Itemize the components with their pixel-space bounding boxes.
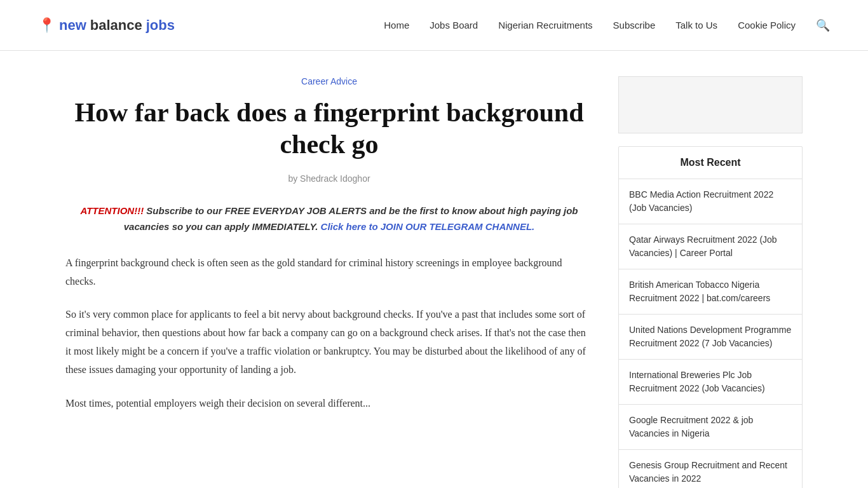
article-paragraph-1: A fingerprint background check is often … — [65, 254, 593, 291]
main-nav: Home Jobs Board Nigerian Recruitments Su… — [384, 18, 830, 32]
sidebar-item-1[interactable]: BBC Media Action Recruitment 2022 (Job V… — [619, 179, 802, 224]
article-paragraph-2: So it's very common place for applicants… — [65, 306, 593, 379]
nav-jobs-board[interactable]: Jobs Board — [430, 20, 478, 30]
nav-nigerian-recruitments[interactable]: Nigerian Recruitments — [498, 20, 592, 30]
logo-new: new — [59, 17, 86, 34]
search-icon[interactable]: 🔍 — [816, 18, 830, 32]
article-content: Career Advice How far back does a finger… — [65, 76, 593, 488]
site-logo[interactable]: 📍 newbalancejobs — [38, 17, 175, 34]
sidebar-item-7[interactable]: Genesis Group Recruitment and Recent Vac… — [619, 450, 802, 488]
most-recent-section: Most Recent BBC Media Action Recruitment… — [618, 146, 803, 488]
logo-balance: balance — [90, 17, 142, 34]
nav-subscribe[interactable]: Subscribe — [613, 20, 656, 30]
article-paragraph-3: Most times, potential employers weigh th… — [65, 395, 593, 413]
nav-talk-to-us[interactable]: Talk to Us — [675, 20, 717, 30]
sidebar-item-6[interactable]: Google Recruitment 2022 & job Vacancies … — [619, 405, 802, 450]
logo-jobs: jobs — [146, 17, 175, 34]
article-title: How far back does a fingerprint backgrou… — [65, 97, 593, 161]
nav-home[interactable]: Home — [384, 20, 409, 30]
sidebar: Most Recent BBC Media Action Recruitment… — [618, 76, 803, 488]
most-recent-title: Most Recent — [619, 147, 802, 179]
sidebar-ad — [618, 76, 803, 133]
article-author: by Shedrack Idoghor — [65, 173, 593, 184]
telegram-link[interactable]: Click here to JOIN OUR TELEGRAM CHANNEL. — [321, 221, 535, 232]
sidebar-item-3[interactable]: British American Tobacco Nigeria Recruit… — [619, 269, 802, 315]
article-category[interactable]: Career Advice — [65, 76, 593, 86]
nav-cookie-policy[interactable]: Cookie Policy — [738, 20, 796, 30]
sidebar-item-2[interactable]: Qatar Airways Recruitment 2022 (Job Vaca… — [619, 224, 802, 269]
attention-prefix: ATTENTION!!! — [80, 205, 144, 216]
sidebar-item-5[interactable]: International Breweries Plc Job Recruitm… — [619, 360, 802, 405]
attention-box: ATTENTION!!! Subscribe to our FREE EVERY… — [65, 203, 593, 235]
sidebar-item-4[interactable]: United Nations Development Programme Rec… — [619, 315, 802, 360]
logo-icon: 📍 — [38, 17, 55, 34]
